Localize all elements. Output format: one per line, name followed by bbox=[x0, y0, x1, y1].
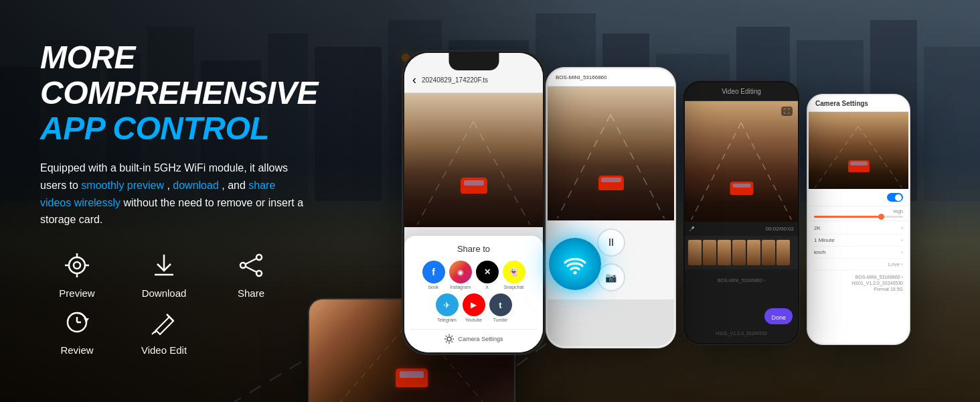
svg-line-35 bbox=[167, 314, 173, 321]
svg-point-43 bbox=[574, 271, 577, 275]
svg-line-36 bbox=[155, 330, 156, 333]
phone-main: ‹ 20240829_174220F.ts bbox=[402, 50, 546, 355]
edit-icon-overlay: ⛶ bbox=[781, 107, 793, 116]
svg-line-30 bbox=[246, 259, 256, 264]
edit-mic: 🎤 bbox=[689, 226, 695, 232]
video-edit-label: Video Edit bbox=[141, 344, 187, 356]
heading-line1: MORE COMPREHENSIVE bbox=[40, 40, 321, 111]
setting-1min: 1 Minute › bbox=[814, 234, 903, 247]
share-phone-gray bbox=[548, 299, 674, 346]
share-phone-header: BOS-MINI_53166860 bbox=[548, 69, 674, 86]
share-youtube[interactable]: ▶ Youtube bbox=[463, 293, 485, 322]
share-tumblr[interactable]: t Tumblr bbox=[489, 293, 512, 322]
phone-edit-screen: Video Editing ⛶ 🎤 00:02/00:02 bbox=[685, 82, 798, 343]
setting-2k: 2K › bbox=[814, 222, 903, 234]
desc-highlight2: download bbox=[173, 180, 219, 191]
setting-love: Love › bbox=[814, 259, 903, 271]
share-facebook[interactable]: f book bbox=[422, 261, 445, 289]
setting-kmh: km/h › bbox=[814, 247, 903, 259]
features-grid: Preview Download bbox=[40, 249, 321, 356]
settings-rows: 2K › 1 Minute › km/h › Love › bbox=[809, 221, 908, 272]
svg-line-31 bbox=[246, 267, 256, 272]
feature-preview[interactable]: Preview bbox=[40, 249, 114, 299]
edit-bottom: BOS-MINI_53166860 › bbox=[685, 269, 798, 288]
share-icon bbox=[234, 249, 268, 282]
svg-line-40 bbox=[417, 121, 473, 224]
description-text: Equipped with a built-in 5GHz WiFi modul… bbox=[40, 159, 308, 228]
phones-area: ‹ 20240829_174220F.ts bbox=[321, 34, 940, 402]
svg-line-47 bbox=[741, 123, 791, 220]
share-instagram[interactable]: ◉ Instagram bbox=[449, 261, 472, 289]
download-icon bbox=[147, 249, 181, 282]
desc-sep2: , and bbox=[222, 180, 248, 191]
filename: 20240829_174220F.ts bbox=[422, 76, 488, 84]
svg-point-27 bbox=[256, 255, 262, 260]
svg-line-38 bbox=[330, 319, 412, 402]
share-phone-title: BOS-MINI_53166860 bbox=[556, 74, 607, 80]
edit-header: Video Editing bbox=[685, 82, 798, 101]
feature-video-edit[interactable]: Video Edit bbox=[127, 306, 201, 356]
edit-video: ⛶ bbox=[685, 101, 798, 222]
share-phone-video bbox=[548, 86, 674, 220]
svg-line-41 bbox=[473, 121, 530, 224]
settings-bottom: BOS-MINI_53166860 › HS01_V1.2.0_20240530… bbox=[809, 272, 908, 294]
settings-device: BOS-MINI_53166860 › bbox=[814, 275, 903, 279]
svg-point-29 bbox=[240, 263, 246, 268]
phone-settings-screen: Camera Settings bbox=[809, 96, 908, 343]
phone-notch bbox=[448, 52, 499, 70]
settings-format: Format 19.5G bbox=[814, 287, 903, 291]
phone-share-screen: BOS-MINI_53166860 ⏸ � bbox=[548, 69, 674, 346]
phone-edit: Video Editing ⛶ 🎤 00:02/00:02 bbox=[683, 80, 800, 345]
svg-point-28 bbox=[256, 271, 262, 276]
svg-line-45 bbox=[610, 115, 664, 218]
review-icon bbox=[60, 306, 94, 339]
settings-video-top bbox=[809, 112, 908, 189]
camera-button[interactable]: 📷 bbox=[597, 263, 625, 291]
camera-settings-label: Camera Settings bbox=[458, 336, 503, 342]
main-content: MORE COMPREHENSIVE APP CONTROL Equipped … bbox=[0, 0, 980, 402]
feature-review[interactable]: Review bbox=[40, 306, 114, 356]
heading-line2: APP CONTROL bbox=[40, 111, 321, 147]
edit-timeline bbox=[685, 236, 798, 269]
svg-line-37 bbox=[152, 332, 155, 334]
preview-icon bbox=[60, 249, 94, 282]
settings-header: Camera Settings bbox=[809, 96, 908, 112]
share-x[interactable]: ✕ X bbox=[476, 261, 499, 289]
desc-highlight1: smoothly preview bbox=[81, 180, 164, 191]
wifi-bubble bbox=[549, 238, 601, 290]
phone-settings: Camera Settings bbox=[807, 94, 910, 345]
video-preview bbox=[404, 93, 543, 227]
version-label: HS01_V1.2.0_20240530 bbox=[685, 326, 798, 338]
preview-label: Preview bbox=[59, 287, 94, 299]
back-arrow: ‹ bbox=[412, 73, 416, 87]
share-telegram[interactable]: ✈ Telegram bbox=[436, 293, 459, 322]
svg-line-44 bbox=[558, 115, 610, 218]
share-snapchat[interactable]: 👻 Snapchat bbox=[503, 261, 525, 289]
pause-button[interactable]: ⏸ bbox=[597, 228, 625, 257]
svg-line-49 bbox=[858, 126, 902, 187]
phone-share: BOS-MINI_53166860 ⏸ � bbox=[546, 67, 676, 348]
svg-point-42 bbox=[447, 337, 451, 341]
edit-controls: 🎤 00:02/00:02 bbox=[685, 222, 798, 236]
svg-line-46 bbox=[691, 123, 741, 220]
done-button[interactable]: Done bbox=[764, 308, 793, 324]
wifi-icon bbox=[562, 251, 588, 277]
edit-time: 00:02/00:02 bbox=[766, 226, 794, 232]
review-label: Review bbox=[60, 344, 93, 356]
desc-sep1: , bbox=[167, 180, 173, 191]
svg-point-20 bbox=[74, 262, 80, 269]
share-icons-row: f book ◉ Instagram ✕ X 👻 bbox=[410, 261, 538, 322]
camera-settings-area: Camera Settings bbox=[410, 329, 538, 344]
slider-row: High bbox=[809, 206, 908, 221]
video-edit-icon bbox=[147, 306, 181, 339]
svg-point-19 bbox=[69, 257, 85, 273]
download-label: Download bbox=[142, 287, 187, 299]
feature-share[interactable]: Share bbox=[214, 249, 288, 299]
settings-version: HS01_V1.2.0_20240530 bbox=[814, 281, 903, 285]
toggle-switch[interactable] bbox=[887, 193, 903, 202]
svg-line-48 bbox=[815, 126, 858, 187]
toggle-row bbox=[809, 189, 908, 206]
share-title: Share to bbox=[410, 244, 538, 254]
feature-download[interactable]: Download bbox=[127, 249, 201, 299]
share-panel: Share to f book ◉ Instagram ✕ bbox=[404, 236, 543, 352]
